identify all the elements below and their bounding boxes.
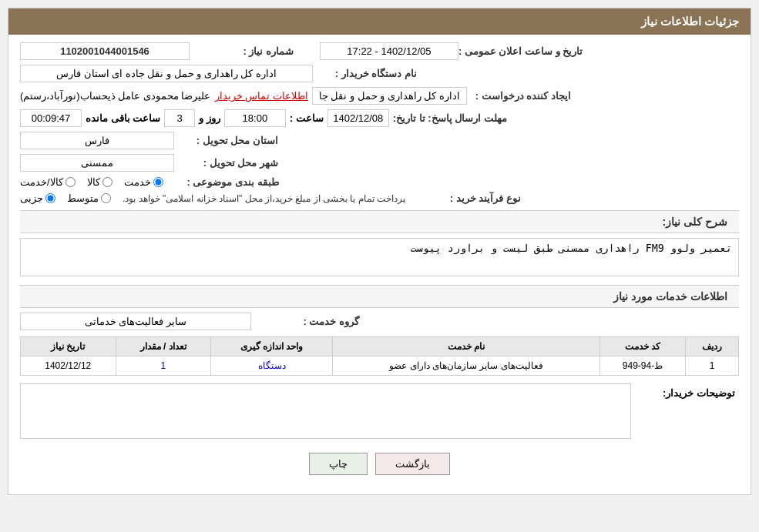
creator-row: ایجاد کننده درخواست : اداره کل راهداری و… xyxy=(20,87,739,105)
table-header-row: ردیف کد خدمت نام خدمت واحد اندازه گیری ت… xyxy=(21,337,739,356)
cell-date: 1402/12/12 xyxy=(21,356,116,376)
description-textarea[interactable] xyxy=(20,238,739,276)
category-radio-service[interactable] xyxy=(153,177,163,187)
category-option-service[interactable]: خدمت xyxy=(124,176,163,188)
request-number-row: تاریخ و ساعت اعلان عمومی : 1402/12/05 - … xyxy=(20,42,739,60)
col-header-rownum: ردیف xyxy=(686,337,739,356)
purchase-type-label: نوع فرآیند خرید : xyxy=(417,192,525,204)
purchase-radio-small[interactable] xyxy=(45,193,55,203)
services-table-section: ردیف کد خدمت نام خدمت واحد اندازه گیری ت… xyxy=(20,336,739,376)
category-option-goods[interactable]: کالا xyxy=(87,176,113,188)
deadline-day-label: روز و xyxy=(199,112,220,124)
deadline-label: مهلت ارسال پاسخ: تا تاریخ: xyxy=(393,112,511,124)
footer-buttons: بازگشت چاپ xyxy=(20,453,739,487)
main-box: جزئیات اطلاعات نیاز تاریخ و ساعت اعلان ع… xyxy=(8,8,751,495)
buyer-org-row: نام دستگاه خریدار : اداره کل راهداری و ح… xyxy=(20,65,739,82)
category-label-service: خدمت xyxy=(124,176,151,188)
request-number-value: 1102001044001546 xyxy=(20,42,190,60)
purchase-radio-medium[interactable] xyxy=(101,193,111,203)
service-group-value: سایر فعالیت‌های خدماتی xyxy=(20,313,251,330)
service-group-row: گروه خدمت : سایر فعالیت‌های خدماتی xyxy=(20,313,739,330)
deadline-row: مهلت ارسال پاسخ: تا تاریخ: 1402/12/08 سا… xyxy=(20,109,739,127)
province-row: استان محل تحویل : فارس xyxy=(20,132,739,149)
purchase-label-medium: متوسط xyxy=(67,192,99,204)
print-button[interactable]: چاپ xyxy=(309,453,368,475)
deadline-remaining-label: ساعت باقی مانده xyxy=(86,112,160,124)
description-row xyxy=(20,238,739,279)
deadline-time-value: 18:00 xyxy=(224,109,286,127)
category-radio-goods[interactable] xyxy=(102,177,113,187)
contact-link[interactable]: اطلاعات تماس خریدار xyxy=(215,90,308,102)
creator-name-value: علیرضا محمودی عامل ذیحساب(نورآباد،رستم) xyxy=(20,90,211,102)
cell-qty: 1 xyxy=(116,356,210,376)
back-button[interactable]: بازگشت xyxy=(375,453,450,475)
public-announce-label: تاریخ و ساعت اعلان عمومی : xyxy=(458,45,586,57)
city-label: شهر محل تحویل : xyxy=(174,157,282,169)
cell-code: ط-94-949 xyxy=(599,356,685,376)
province-value: فارس xyxy=(20,132,174,149)
table-row: 1 ط-94-949 فعالیت‌های سایر سازمان‌های دا… xyxy=(21,356,739,376)
creator-org-value: اداره کل راهداری و حمل و نقل جا xyxy=(312,87,467,105)
description-section-header: شرح کلی نیاز: xyxy=(20,210,739,233)
col-header-name: نام خدمت xyxy=(333,337,600,356)
city-value: ممسنی xyxy=(20,154,174,172)
cell-name: فعالیت‌های سایر سازمان‌های دارای عضو xyxy=(333,356,600,376)
deadline-remaining-value: 00:09:47 xyxy=(20,109,82,127)
purchase-label-small: جزیی xyxy=(20,192,43,204)
category-row: طبقه بندی موضوعی : خدمت کالا کالا/خدمت xyxy=(20,176,739,188)
col-header-code: کد خدمت xyxy=(599,337,685,356)
buyer-desc-container xyxy=(20,383,631,441)
page-header: جزئیات اطلاعات نیاز xyxy=(8,8,751,35)
service-group-label: گروه خدمت : xyxy=(255,316,363,327)
buyer-org-label: نام دستگاه خریدار : xyxy=(313,68,421,79)
category-label-both: کالا/خدمت xyxy=(20,176,63,188)
purchase-note: پرداخت تمام یا بخشی از مبلغ خرید،از محل … xyxy=(123,193,405,204)
category-label-goods: کالا xyxy=(87,176,100,188)
deadline-time-label: ساعت : xyxy=(290,112,324,124)
creator-label: ایجاد کننده درخواست : xyxy=(467,90,575,102)
buyer-org-value: اداره کل راهداری و حمل و نقل جاده ای است… xyxy=(20,65,313,82)
category-option-both[interactable]: کالا/خدمت xyxy=(20,176,76,188)
buyer-desc-row: توضیحات خریدار: xyxy=(20,383,739,441)
buyer-desc-textarea[interactable] xyxy=(20,383,631,439)
category-radio-both[interactable] xyxy=(65,177,76,187)
cell-unit: دستگاه xyxy=(210,356,332,376)
purchase-type-row: نوع فرآیند خرید : پرداخت تمام یا بخشی از… xyxy=(20,192,739,204)
col-header-qty: تعداد / مقدار xyxy=(116,337,210,356)
description-content xyxy=(20,238,739,279)
col-header-unit: واحد اندازه گیری xyxy=(210,337,332,356)
city-row: شهر محل تحویل : ممسنی xyxy=(20,154,739,172)
page-container: جزئیات اطلاعات نیاز تاریخ و ساعت اعلان ع… xyxy=(0,0,759,532)
request-number-label: شماره نیاز : xyxy=(190,45,297,57)
purchase-option-small[interactable]: جزیی xyxy=(20,192,55,204)
content-area: تاریخ و ساعت اعلان عمومی : 1402/12/05 - … xyxy=(8,35,751,494)
cell-rownum: 1 xyxy=(686,356,739,376)
purchase-option-medium[interactable]: متوسط xyxy=(67,192,111,204)
page-title: جزئیات اطلاعات نیاز xyxy=(641,15,739,28)
col-header-date: تاریخ نیاز xyxy=(21,337,116,356)
category-label: طبقه بندی موضوعی : xyxy=(175,176,283,188)
buyer-desc-label: توضیحات خریدار: xyxy=(631,383,739,399)
deadline-days-value: 3 xyxy=(164,109,195,127)
services-section-title: اطلاعات خدمات مورد نیاز xyxy=(613,290,727,303)
services-section-header: اطلاعات خدمات مورد نیاز xyxy=(20,285,739,308)
services-table: ردیف کد خدمت نام خدمت واحد اندازه گیری ت… xyxy=(20,336,739,376)
deadline-date-value: 1402/12/08 xyxy=(327,109,389,127)
description-section-title: شرح کلی نیاز: xyxy=(663,216,727,228)
public-announce-value: 1402/12/05 - 17:22 xyxy=(320,42,458,60)
province-label: استان محل تحویل : xyxy=(174,135,282,146)
